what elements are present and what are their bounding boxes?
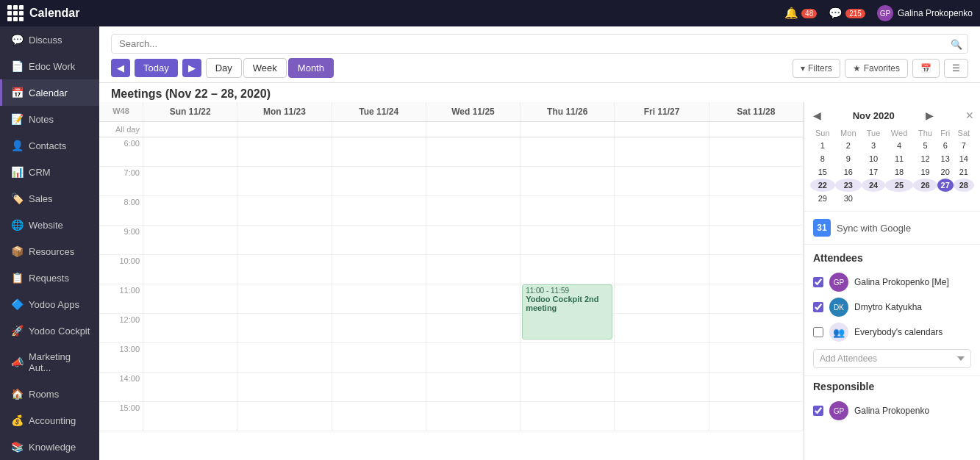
sidebar-item-marketing[interactable]: 📣 Marketing Aut...: [0, 344, 99, 381]
favorites-button[interactable]: ★ Favorites: [845, 59, 908, 78]
time-cell-3-1[interactable]: [237, 226, 332, 255]
mini-cal-close[interactable]: ✕: [965, 109, 974, 121]
mini-cal-day-2-4[interactable]: 12: [913, 152, 937, 165]
mini-cal-day-3-5[interactable]: 20: [937, 165, 954, 179]
mini-cal-day-3-1[interactable]: 16: [835, 165, 862, 179]
month-view-button[interactable]: Month: [288, 58, 334, 78]
time-cell-5-6[interactable]: [709, 284, 804, 314]
sidebar-item-rooms[interactable]: 🏠 Rooms: [0, 381, 99, 407]
mini-cal-day-3-6[interactable]: 21: [954, 165, 974, 179]
time-cell-7-1[interactable]: [237, 343, 332, 373]
time-cell-1-2[interactable]: [332, 167, 426, 196]
time-cell-8-2[interactable]: [332, 373, 426, 402]
time-cell-7-3[interactable]: [426, 343, 521, 373]
time-cell-2-1[interactable]: [237, 196, 332, 226]
time-cell-4-1[interactable]: [237, 255, 332, 284]
mini-cal-day-4-5[interactable]: 27: [937, 179, 954, 192]
sidebar-item-yodoo-apps[interactable]: 🔷 Yodoo Apps: [0, 291, 99, 317]
time-cell-1-0[interactable]: [143, 167, 237, 196]
everybody-check[interactable]: [813, 327, 823, 337]
attendee-check-1[interactable]: [813, 302, 823, 312]
grid-view-button[interactable]: 📅: [912, 59, 940, 78]
mini-cal-day-4-3[interactable]: 25: [885, 179, 913, 192]
time-cell-3-0[interactable]: [143, 226, 237, 255]
sidebar-item-discuss[interactable]: 💬 Discuss: [0, 26, 99, 53]
time-cell-8-6[interactable]: [709, 373, 804, 402]
responsible-check[interactable]: [813, 406, 823, 416]
sidebar-item-knowledge[interactable]: 📚 Knowledge: [0, 434, 99, 460]
time-cell-6-0[interactable]: [143, 314, 237, 343]
time-cell-0-5[interactable]: [615, 137, 709, 167]
mini-cal-day-4-4[interactable]: 26: [913, 179, 937, 192]
time-cell-2-2[interactable]: [332, 196, 426, 226]
mini-cal-day-4-0[interactable]: 22: [810, 179, 835, 192]
sidebar-item-calendar[interactable]: 📅 Calendar: [0, 79, 99, 106]
mini-cal-day-1-2[interactable]: 3: [862, 139, 885, 152]
time-cell-1-4[interactable]: [521, 167, 615, 196]
time-cell-6-6[interactable]: [709, 314, 804, 343]
time-cell-6-1[interactable]: [237, 314, 332, 343]
time-cell-6-2[interactable]: [332, 314, 426, 343]
mini-cal-day-2-5[interactable]: 13: [937, 152, 954, 165]
time-cell-2-3[interactable]: [426, 196, 521, 226]
mini-cal-day-3-2[interactable]: 17: [862, 165, 885, 179]
time-cell-4-5[interactable]: [615, 255, 709, 284]
time-cell-2-6[interactable]: [709, 196, 804, 226]
time-cell-8-1[interactable]: [237, 373, 332, 402]
time-cell-3-2[interactable]: [332, 226, 426, 255]
time-cell-5-3[interactable]: [426, 284, 521, 314]
time-cell-7-0[interactable]: [143, 343, 237, 373]
time-cell-0-3[interactable]: [426, 137, 521, 167]
time-cell-1-6[interactable]: [709, 167, 804, 196]
sidebar-item-contacts[interactable]: 👤 Contacts: [0, 132, 99, 159]
sidebar-item-sales[interactable]: 🏷️ Sales: [0, 185, 99, 212]
sync-google-button[interactable]: 31 Sync with Google: [804, 212, 980, 245]
time-cell-4-6[interactable]: [709, 255, 804, 284]
time-cell-5-5[interactable]: [615, 284, 709, 314]
mini-cal-day-2-3[interactable]: 11: [885, 152, 913, 165]
time-cell-0-6[interactable]: [709, 137, 804, 167]
time-cell-1-1[interactable]: [237, 167, 332, 196]
add-attendees-select[interactable]: Add Attendees: [813, 349, 971, 368]
sidebar-item-requests[interactable]: 📋 Requests: [0, 265, 99, 291]
time-cell-0-0[interactable]: [143, 137, 237, 167]
notification-area[interactable]: 🔔 48: [784, 7, 817, 20]
day-view-button[interactable]: Day: [206, 58, 242, 78]
user-menu[interactable]: GP Galina Prokopenko: [877, 5, 973, 21]
time-cell-7-6[interactable]: [709, 343, 804, 373]
time-cell-0-2[interactable]: [332, 137, 426, 167]
time-cell-8-5[interactable]: [615, 373, 709, 402]
time-cell-2-0[interactable]: [143, 196, 237, 226]
message-area[interactable]: 💬 215: [829, 7, 865, 20]
sidebar-item-edoc[interactable]: 📄 Edoc Work: [0, 53, 99, 79]
mini-cal-day-3-4[interactable]: 19: [913, 165, 937, 179]
time-cell-4-2[interactable]: [332, 255, 426, 284]
mini-cal-next[interactable]: ▶: [923, 108, 937, 123]
mini-cal-day-5-1[interactable]: 30: [835, 192, 862, 205]
time-cell-9-2[interactable]: [332, 402, 426, 431]
mini-cal-day-1-1[interactable]: 2: [835, 139, 862, 152]
time-cell-4-0[interactable]: [143, 255, 237, 284]
time-cell-4-3[interactable]: [426, 255, 521, 284]
filters-button[interactable]: ▾ Filters: [793, 59, 840, 78]
list-view-button[interactable]: ☰: [944, 59, 968, 78]
sidebar-item-accounting[interactable]: 💰 Accounting: [0, 407, 99, 434]
mini-cal-day-1-0[interactable]: 1: [810, 139, 835, 152]
time-cell-3-5[interactable]: [615, 226, 709, 255]
time-cell-7-4[interactable]: [521, 343, 615, 373]
mini-cal-prev[interactable]: ◀: [810, 108, 824, 123]
sidebar-item-notes[interactable]: 📝 Notes: [0, 106, 99, 132]
time-cell-2-5[interactable]: [615, 196, 709, 226]
time-cell-5-2[interactable]: [332, 284, 426, 314]
time-cell-6-3[interactable]: [426, 314, 521, 343]
mini-cal-day-3-3[interactable]: 18: [885, 165, 913, 179]
time-cell-5-1[interactable]: [237, 284, 332, 314]
prev-button[interactable]: ◀: [111, 59, 130, 77]
time-cell-9-5[interactable]: [615, 402, 709, 431]
time-cell-0-4[interactable]: [521, 137, 615, 167]
mini-cal-day-3-0[interactable]: 15: [810, 165, 835, 179]
mini-cal-day-1-4[interactable]: 5: [913, 139, 937, 152]
time-cell-3-4[interactable]: [521, 226, 615, 255]
time-cell-3-3[interactable]: [426, 226, 521, 255]
time-cell-4-4[interactable]: [521, 255, 615, 284]
